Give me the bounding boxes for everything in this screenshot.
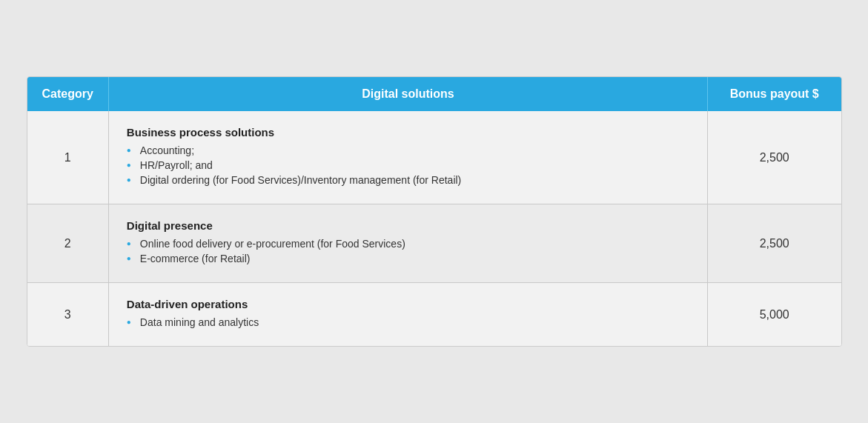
- cell-category: 2: [27, 204, 109, 283]
- cell-category: 1: [27, 111, 109, 204]
- list-item: Digital ordering (for Food Services)/Inv…: [127, 174, 689, 186]
- cell-solution-list: Accounting;HR/Payroll; andDigital orderi…: [127, 144, 689, 186]
- list-item: E-commerce (for Retail): [127, 253, 689, 264]
- solutions-table: Category Digital solutions Bonus payout …: [27, 77, 841, 346]
- cell-solution-title: Data-driven operations: [127, 298, 689, 310]
- cell-digital-solutions: Data-driven operationsData mining and an…: [108, 283, 707, 347]
- list-item: Online food delivery or e-procurement (f…: [127, 238, 689, 250]
- cell-bonus-payout: 2,500: [708, 111, 841, 204]
- cell-solution-title: Business process solutions: [127, 126, 689, 139]
- cell-bonus-payout: 5,000: [708, 283, 841, 347]
- cell-solution-list: Data mining and analytics: [127, 316, 689, 328]
- header-category: Category: [27, 77, 109, 111]
- table-row: 1Business process solutionsAccounting;HR…: [27, 111, 841, 204]
- table-header-row: Category Digital solutions Bonus payout …: [27, 77, 841, 111]
- cell-digital-solutions: Business process solutionsAccounting;HR/…: [108, 111, 707, 204]
- header-digital-solutions: Digital solutions: [108, 77, 707, 111]
- table-row: 3Data-driven operationsData mining and a…: [27, 283, 841, 347]
- main-table-wrapper: Category Digital solutions Bonus payout …: [27, 76, 842, 347]
- cell-digital-solutions: Digital presenceOnline food delivery or …: [108, 204, 707, 283]
- cell-solution-list: Online food delivery or e-procurement (f…: [127, 238, 689, 264]
- list-item: HR/Payroll; and: [127, 159, 689, 171]
- cell-solution-title: Digital presence: [127, 219, 689, 232]
- table-row: 2Digital presenceOnline food delivery or…: [27, 204, 841, 283]
- list-item: Data mining and analytics: [127, 316, 689, 328]
- cell-category: 3: [27, 283, 109, 347]
- cell-bonus-payout: 2,500: [708, 204, 841, 283]
- list-item: Accounting;: [127, 144, 689, 156]
- header-bonus-payout: Bonus payout $: [708, 77, 841, 111]
